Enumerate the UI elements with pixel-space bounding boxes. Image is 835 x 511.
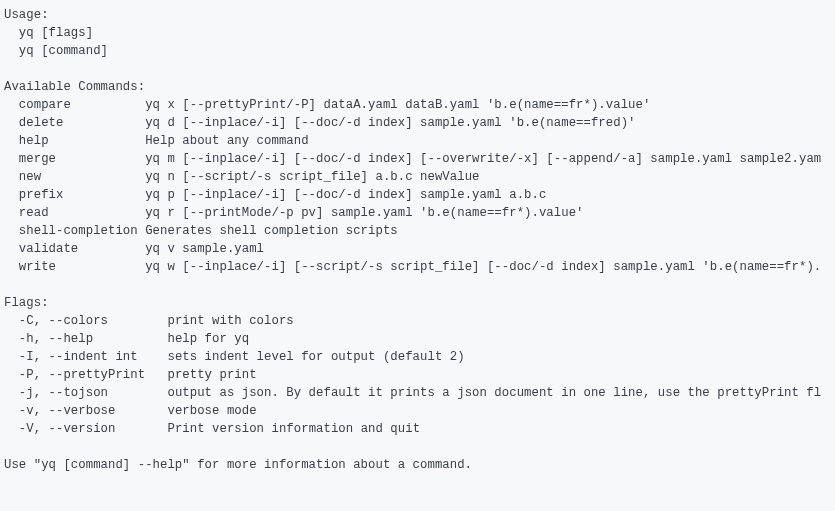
flag-name: -v, --verbose [19,404,116,418]
flag-desc: print with colors [167,314,293,328]
command-name: prefix [19,188,64,202]
flag-name: -I, --indent int [19,350,138,364]
command-name: write [19,260,56,274]
command-desc: Help about any command [145,134,308,148]
flag-name: -P, --prettyPrint [19,368,145,382]
usage-header: Usage: [4,8,49,22]
flag-desc: Print version information and quit [167,422,420,436]
command-name: help [19,134,49,148]
flag-desc: verbose mode [167,404,256,418]
command-name: compare [19,98,71,112]
flag-name: -V, --version [19,422,116,436]
flag-name: -h, --help [19,332,93,346]
flag-desc: sets indent level for output (default 2) [167,350,464,364]
flag-desc: output as json. By default it prints a j… [167,386,821,400]
command-name: validate [19,242,78,256]
command-desc: yq r [--printMode/-p pv] sample.yaml 'b.… [145,206,583,220]
command-name: new [19,170,41,184]
command-desc: yq w [--inplace/-i] [--script/-s script_… [145,260,821,274]
command-name: merge [19,152,56,166]
flag-desc: pretty print [167,368,256,382]
command-desc: yq d [--inplace/-i] [--doc/-d index] sam… [145,116,635,130]
command-desc: yq p [--inplace/-i] [--doc/-d index] sam… [145,188,546,202]
footer-hint: Use "yq [command] --help" for more infor… [4,458,472,472]
flags-header: Flags: [4,296,49,310]
command-desc: yq m [--inplace/-i] [--doc/-d index] [--… [145,152,821,166]
flag-name: -j, --tojson [19,386,108,400]
commands-header: Available Commands: [4,80,145,94]
flag-name: -C, --colors [19,314,108,328]
flag-desc: help for yq [167,332,249,346]
command-name: delete [19,116,64,130]
usage-line: yq [command] [19,44,108,58]
command-desc: Generates shell completion scripts [145,224,398,238]
command-desc: yq x [--prettyPrint/-P] dataA.yaml dataB… [145,98,650,112]
usage-line: yq [flags] [19,26,93,40]
command-desc: yq v sample.yaml [145,242,264,256]
cli-help-output: Usage: yq [flags] yq [command] Available… [0,0,835,480]
command-name: read [19,206,49,220]
command-name: shell-completion [19,224,138,238]
command-desc: yq n [--script/-s script_file] a.b.c new… [145,170,479,184]
